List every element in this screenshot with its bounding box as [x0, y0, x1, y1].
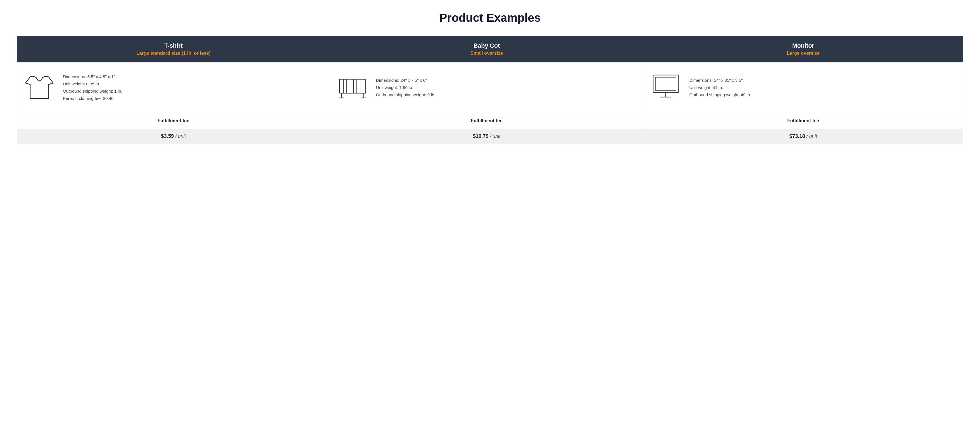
tshirt-fee-label: Fulfillment fee [17, 113, 330, 129]
tshirt-unit-weight: Unit weight: 0.35 lb. [63, 81, 100, 86]
monitor-details-cell: Dimensions: 54" x 35" x 3.5" Unit weight… [643, 62, 963, 113]
baby-cot-dimensions: Dimensions: 24" x 7.5" x 6" [376, 78, 427, 82]
monitor-fee-number: $73.18 [789, 133, 805, 139]
baby-cot-fee-value: $10.79 / unit [330, 128, 643, 144]
monitor-outbound-weight: Outbound shipping weight: 49 lb. [689, 92, 751, 97]
baby-cot-outbound-weight: Outbound shipping weight: 9 lb. [376, 92, 436, 97]
baby-cot-details-cell: Dimensions: 24" x 7.5" x 6" Unit weight:… [330, 62, 643, 113]
baby-cot-fee-number: $10.79 [473, 133, 488, 139]
monitor-product-name: Monitor [649, 42, 958, 49]
table-details-row: Dimensions: 8.5" x 4.8" x 1" Unit weight… [17, 62, 963, 113]
baby-cot-icon [336, 71, 369, 105]
monitor-fee-amount: $73.18 / unit [789, 133, 817, 139]
tshirt-specs: Dimensions: 8.5" x 4.8" x 1" Unit weight… [63, 73, 123, 102]
baby-cot-fee-unit: / unit [490, 133, 501, 139]
monitor-icon [649, 71, 682, 105]
monitor-size-label: Large oversize [649, 51, 958, 56]
page-title: Product Examples [17, 11, 963, 25]
header-tshirt: T-shirt Large standard size (1 lb. or le… [17, 36, 330, 62]
table-header-row: T-shirt Large standard size (1 lb. or le… [17, 36, 963, 62]
svg-marker-11 [653, 75, 678, 93]
tshirt-svg [24, 72, 55, 103]
baby-cot-fee-amount: $10.79 / unit [473, 133, 500, 139]
baby-cot-size-label: Small oversize [336, 51, 638, 56]
tshirt-outbound-weight: Outbound shipping weight: 1 lb. [63, 89, 123, 93]
tshirt-fee-value: $3.59 / unit [17, 128, 330, 144]
header-monitor: Monitor Large oversize [643, 36, 963, 62]
tshirt-product-name: T-shirt [22, 42, 325, 49]
baby-cot-product-name: Baby Cot [336, 42, 638, 49]
tshirt-fee-number: $3.59 [161, 133, 174, 139]
baby-cot-unit-weight: Unit weight: 7.90 lb. [376, 85, 413, 90]
baby-cot-fee-label: Fulfillment fee [330, 113, 643, 129]
tshirt-fee-unit: / unit [175, 133, 186, 139]
tshirt-size-label: Large standard size (1 lb. or less) [22, 51, 325, 56]
tshirt-details-cell: Dimensions: 8.5" x 4.8" x 1" Unit weight… [17, 62, 330, 113]
fee-label-row: Fulfillment fee Fulfillment fee Fulfillm… [17, 113, 963, 129]
svg-marker-12 [655, 77, 676, 90]
monitor-unit-weight: Unit weight: 41 lb. [689, 85, 723, 90]
monitor-fee-label: Fulfillment fee [643, 113, 963, 129]
header-baby-cot: Baby Cot Small oversize [330, 36, 643, 62]
monitor-fee-value: $73.18 / unit [643, 128, 963, 144]
tshirt-extra-fee: Per-unit clothing fee: $0.40 [63, 96, 114, 101]
tshirt-dimensions: Dimensions: 8.5" x 4.8" x 1" [63, 74, 115, 79]
baby-cot-svg [337, 72, 368, 103]
tshirt-fee-amount: $3.59 / unit [161, 133, 186, 139]
monitor-specs: Dimensions: 54" x 35" x 3.5" Unit weight… [689, 77, 751, 98]
monitor-fee-unit: / unit [807, 133, 817, 139]
baby-cot-specs: Dimensions: 24" x 7.5" x 6" Unit weight:… [376, 77, 436, 98]
product-examples-table: T-shirt Large standard size (1 lb. or le… [17, 36, 963, 144]
tshirt-icon [22, 71, 56, 105]
fee-value-row: $3.59 / unit $10.79 / unit $73.18 / unit [17, 128, 963, 144]
monitor-dimensions: Dimensions: 54" x 35" x 3.5" [689, 78, 743, 82]
monitor-svg [651, 72, 681, 103]
